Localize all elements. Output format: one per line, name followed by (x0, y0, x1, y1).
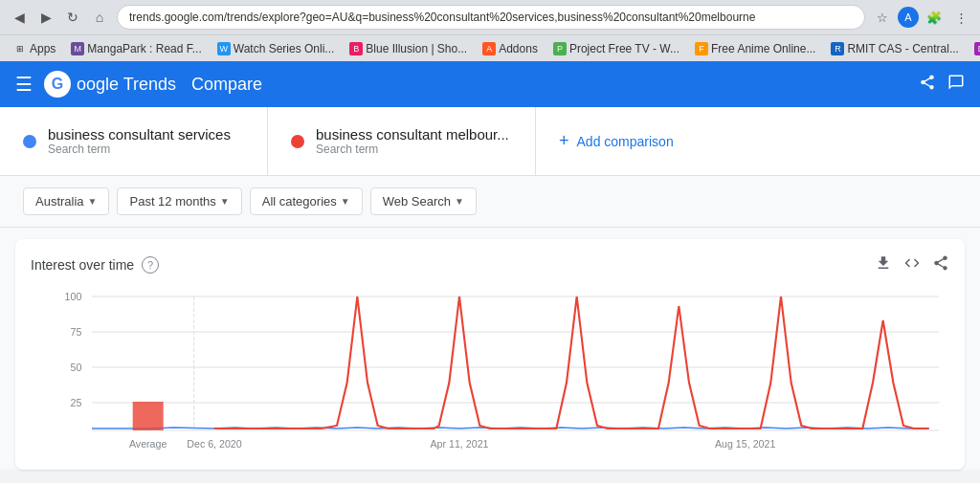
add-comparison-button[interactable]: + Add comparison (536, 107, 697, 175)
bookmark-star-icon[interactable]: ☆ (871, 6, 894, 29)
mangapark-favicon: M (71, 42, 84, 55)
term-dot-blue (23, 135, 36, 148)
more-options-icon[interactable]: ⋮ (949, 6, 972, 29)
bookmark-free-anime[interactable]: F Free Anime Online... (689, 40, 821, 57)
mangapark-label: MangaPark : Read F... (87, 42, 201, 55)
filter-geography-label: Australia (35, 194, 84, 209)
search-term-1: business consultant services Search term (0, 107, 268, 175)
browser-actions: ☆ A 🧩 ⋮ (871, 6, 972, 29)
search-terms-bar: business consultant services Search term… (0, 107, 980, 176)
feedback-icon[interactable] (947, 74, 965, 96)
header-actions (919, 74, 965, 96)
filter-categories-arrow: ▼ (341, 196, 350, 207)
bookmarks-apps-item[interactable]: ⊞ Apps (8, 40, 61, 57)
bookmark-watch-series[interactable]: W Watch Series Onli... (212, 40, 341, 57)
forward-button[interactable]: ▶ (34, 6, 57, 29)
interest-over-time-chart: 100 75 50 25 Dec 6, 2020 Apr 11, 2021 Au… (31, 287, 949, 454)
svg-text:Apr 11, 2021: Apr 11, 2021 (430, 439, 488, 450)
extensions-icon[interactable]: 🧩 (923, 6, 946, 29)
filter-categories[interactable]: All categories ▼ (250, 187, 363, 215)
bookmark-blue-illusion[interactable]: B Blue Illusion | Sho... (344, 40, 473, 57)
filters-bar: Australia ▼ Past 12 months ▼ All categor… (0, 176, 980, 228)
back-button[interactable]: ◀ (8, 6, 31, 29)
svg-text:Average: Average (129, 439, 167, 450)
filter-time-range-arrow: ▼ (220, 196, 230, 207)
filter-search-type-label: Web Search (383, 194, 451, 209)
term-1-name: business consultant services (48, 126, 231, 143)
search-term-2: business consultant melbour... Search te… (268, 107, 536, 175)
term-2-info: business consultant melbour... Search te… (316, 126, 509, 156)
google-trends-logo: G oogle Trends (44, 71, 176, 98)
chart-download-icon[interactable] (875, 254, 892, 275)
svg-text:75: 75 (70, 327, 81, 338)
filter-search-type-arrow: ▼ (455, 196, 464, 207)
term-2-name: business consultant melbour... (316, 126, 509, 143)
main-content: business consultant services Search term… (0, 107, 980, 470)
svg-text:100: 100 (65, 292, 82, 302)
dramacrazy-favicon: D (974, 42, 980, 55)
filter-time-range[interactable]: Past 12 months ▼ (117, 187, 241, 215)
bookmark-mangapark[interactable]: M MangaPark : Read F... (65, 40, 207, 57)
bookmark-rmit[interactable]: R RMIT CAS - Central... (825, 40, 964, 57)
term-dot-red (291, 135, 304, 148)
blue-illusion-label: Blue Illusion | Sho... (366, 42, 467, 55)
svg-text:50: 50 (70, 362, 81, 373)
chart-container: 100 75 50 25 Dec 6, 2020 Apr 11, 2021 Au… (31, 287, 949, 454)
rmit-label: RMIT CAS - Central... (847, 42, 958, 55)
svg-text:Dec 6, 2020: Dec 6, 2020 (187, 439, 242, 450)
filter-search-type[interactable]: Web Search ▼ (370, 187, 477, 215)
addons-label: Addons (499, 42, 538, 55)
chart-section: Interest over time ? (15, 239, 965, 470)
chart-actions (875, 254, 949, 275)
apps-label: Apps (30, 42, 56, 55)
term-2-type: Search term (316, 143, 509, 156)
add-icon: + (559, 131, 569, 151)
svg-rect-9 (133, 402, 164, 430)
svg-text:25: 25 (70, 398, 81, 408)
watchseries-favicon: W (217, 42, 231, 55)
profile-icon[interactable]: A (898, 7, 919, 28)
browser-toolbar: ◀ ▶ ↻ ⌂ trends.google.com/trends/explore… (0, 0, 980, 34)
filter-time-range-label: Past 12 months (129, 194, 215, 209)
chart-embed-icon[interactable] (903, 254, 921, 275)
hamburger-menu-icon[interactable]: ☰ (15, 73, 33, 96)
bookmark-dramacrazy[interactable]: D DramaCrazy.net - D... (969, 40, 980, 57)
page-title: Compare (191, 75, 262, 95)
google-trends-text: oogle Trends (77, 75, 176, 95)
filter-categories-label: All categories (262, 194, 337, 209)
project-free-tv-favicon: P (553, 42, 567, 55)
browser-chrome: ◀ ▶ ↻ ⌂ trends.google.com/trends/explore… (0, 0, 980, 61)
bookmark-project-free-tv[interactable]: P Project Free TV - W... (547, 40, 685, 57)
reload-button[interactable]: ↻ (61, 6, 84, 29)
gt-header: ☰ G oogle Trends Compare (0, 61, 980, 107)
filter-geography-arrow: ▼ (88, 196, 98, 207)
add-comparison-label: Add comparison (577, 134, 674, 149)
chart-header: Interest over time ? (31, 254, 949, 275)
chart-help-icon[interactable]: ? (142, 256, 159, 274)
rmit-favicon: R (831, 42, 844, 55)
filter-geography[interactable]: Australia ▼ (23, 187, 109, 215)
browser-nav-icons: ◀ ▶ ↻ ⌂ (8, 6, 111, 29)
addons-favicon: A (482, 42, 496, 55)
chart-title: Interest over time (31, 257, 134, 273)
blue-illusion-favicon: B (349, 42, 363, 55)
google-g-icon: G (44, 71, 71, 98)
share-icon[interactable] (919, 74, 936, 96)
free-anime-favicon: F (695, 42, 708, 55)
address-bar[interactable]: trends.google.com/trends/explore?geo=AU&… (117, 5, 865, 30)
url-text: trends.google.com/trends/explore?geo=AU&… (129, 11, 755, 24)
watchseries-label: Watch Series Onli... (234, 42, 335, 55)
bookmarks-bar: ⊞ Apps M MangaPark : Read F... W Watch S… (0, 34, 980, 61)
home-button[interactable]: ⌂ (88, 6, 111, 29)
bookmark-addons[interactable]: A Addons (477, 40, 544, 57)
free-anime-label: Free Anime Online... (711, 42, 815, 55)
svg-text:Aug 15, 2021: Aug 15, 2021 (715, 439, 776, 450)
apps-grid-icon: ⊞ (13, 42, 27, 55)
project-free-tv-label: Project Free TV - W... (569, 42, 679, 55)
term-1-info: business consultant services Search term (48, 126, 231, 156)
chart-share-icon[interactable] (932, 254, 949, 275)
term-1-type: Search term (48, 143, 231, 156)
